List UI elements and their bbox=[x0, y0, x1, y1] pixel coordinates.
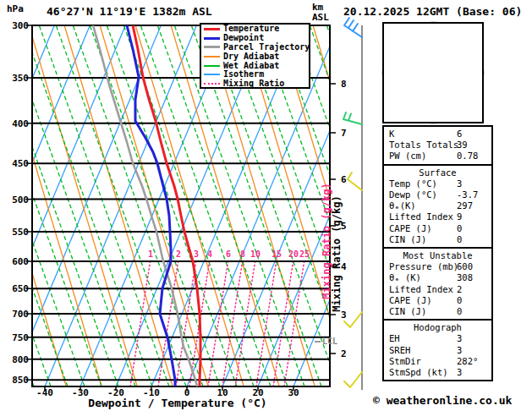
legend-item: Dewpoint bbox=[201, 34, 309, 43]
legend-item: Wet Adiabat bbox=[201, 61, 309, 70]
table-row-label: CAPE (J) bbox=[389, 223, 432, 233]
legend-line-swatch-icon bbox=[204, 46, 220, 48]
table-row: EH3 bbox=[384, 333, 491, 344]
parcel-trajectory-curve bbox=[93, 25, 197, 386]
table-row: K6 bbox=[384, 129, 491, 140]
table-row-value: 297 bbox=[457, 200, 473, 211]
temp-tick-label: -30 bbox=[72, 387, 89, 398]
table-row: Lifted Index2 bbox=[384, 284, 491, 295]
stats-table-most-unstable: Most UnstablePressure (mb)600θₑ (K)308Li… bbox=[382, 247, 493, 321]
legend-item-label: Parcel Trajectory bbox=[223, 43, 310, 52]
wind-barb-2 bbox=[348, 173, 362, 190]
mixing-ratio-value-label: 1 bbox=[148, 249, 153, 259]
pressure-tick-label: 450 bbox=[12, 158, 29, 169]
dewpoint-curve bbox=[127, 25, 175, 386]
mixing-ratio-value-label: 8 bbox=[240, 249, 245, 259]
stats-tables: K6Totals Totals39PW (cm)0.78SurfaceTemp … bbox=[382, 127, 493, 381]
legend-item: Isotherm bbox=[201, 70, 309, 79]
temp-tick-label: -40 bbox=[36, 387, 53, 398]
table-row: StmDir282° bbox=[384, 356, 491, 367]
table-row: Pressure (mb)600 bbox=[384, 261, 491, 272]
skewt-sounding-page: { "header": { "pressure_unit": "hPa", "s… bbox=[0, 0, 532, 411]
temp-tick-label: 30 bbox=[288, 387, 299, 398]
mixing-ratio-value-label: 2 bbox=[176, 249, 181, 259]
table-row-label: θₑ (K) bbox=[389, 272, 421, 282]
km-tick-label: 2 bbox=[341, 348, 347, 359]
table-title: Most Unstable bbox=[384, 250, 491, 261]
hodograph-box bbox=[382, 22, 484, 123]
km-tick-label: 3 bbox=[341, 310, 347, 321]
table-row-label: Temp (°C) bbox=[389, 178, 437, 189]
legend-item-label: Mixing Ratio bbox=[223, 79, 284, 88]
pressure-tick-label: 300 bbox=[12, 20, 29, 31]
table-row: CIN (J)0 bbox=[384, 234, 491, 245]
table-row-value: 0 bbox=[457, 223, 462, 234]
table-row: Lifted Index9 bbox=[384, 211, 491, 222]
table-row-value: -3.7 bbox=[457, 189, 478, 200]
km-tick-label: 4 bbox=[341, 261, 347, 272]
table-row-value: 3 bbox=[457, 333, 462, 344]
pressure-tick-label: 850 bbox=[12, 375, 29, 386]
legend-item: Parcel Trajectory bbox=[201, 43, 309, 52]
legend-line-swatch-icon bbox=[204, 56, 220, 58]
table-row-label: StmDir bbox=[389, 356, 421, 366]
table-row-label: PW (cm) bbox=[389, 151, 426, 161]
km-tick-label: 8 bbox=[341, 79, 347, 90]
legend-line-swatch-icon bbox=[204, 83, 220, 85]
stats-table-hodograph: HodographEH3SREH3StmDir282°StmSpd (kt)3 bbox=[382, 319, 493, 381]
pressure-tick-label: 350 bbox=[12, 73, 29, 84]
km-tick-label: 6 bbox=[341, 174, 347, 185]
mixing-ratio-value-label: 3 bbox=[194, 249, 199, 259]
mixing-ratio-value-label: 4 bbox=[207, 249, 212, 259]
pressure-tick-label: 500 bbox=[12, 194, 29, 205]
legend-item-label: Wet Adiabat bbox=[223, 62, 279, 70]
table-row-value: 3 bbox=[457, 345, 462, 356]
table-row: Temp (°C)3 bbox=[384, 178, 491, 189]
legend-item-label: Dewpoint bbox=[223, 34, 264, 42]
wind-barb-4 bbox=[344, 372, 362, 387]
mixing-ratio-value-label: 6 bbox=[226, 249, 231, 259]
table-row: StmSpd (kt)3 bbox=[384, 367, 491, 378]
table-row-label: SREH bbox=[389, 345, 410, 355]
legend-item-label: Temperature bbox=[223, 25, 279, 33]
km-tick-label: 7 bbox=[341, 128, 347, 139]
pressure-unit-label: hPa bbox=[7, 3, 24, 14]
pressure-tick-label: 600 bbox=[12, 255, 29, 266]
datetime-title: 20.12.2025 12GMT (Base: 06) bbox=[343, 5, 522, 18]
table-row-label: Dewp (°C) bbox=[389, 189, 437, 200]
table-title: Surface bbox=[384, 167, 491, 178]
x-axis-title: Dewpoint / Temperature (°C) bbox=[88, 397, 266, 409]
pressure-tick-label: 800 bbox=[12, 353, 29, 364]
table-row-value: 3 bbox=[457, 367, 462, 378]
table-row-value: 0 bbox=[457, 234, 462, 245]
mixing-ratio-value-label: 20 bbox=[288, 249, 299, 259]
stats-table-indices: K6Totals Totals39PW (cm)0.78 bbox=[382, 125, 493, 166]
wind-barb-0 bbox=[344, 18, 362, 37]
temp-tick-label: -10 bbox=[143, 387, 160, 398]
table-row-label: CIN (J) bbox=[389, 306, 426, 316]
legend-item: Mixing Ratio bbox=[201, 79, 309, 89]
table-row: PW (cm)0.78 bbox=[384, 151, 491, 162]
table-row-label: EH bbox=[389, 333, 400, 343]
table-row-label: Pressure (mb) bbox=[389, 261, 458, 271]
mixing-ratio-value-label: 10 bbox=[250, 249, 261, 259]
table-row: CAPE (J)0 bbox=[384, 295, 491, 306]
wind-barb-1 bbox=[343, 112, 362, 124]
table-row: Dewp (°C)-3.7 bbox=[384, 189, 491, 200]
legend-line-swatch-icon bbox=[204, 37, 220, 40]
table-row: θₑ(K)297 bbox=[384, 200, 491, 211]
table-row-label: CAPE (J) bbox=[389, 295, 432, 305]
wind-barb-3 bbox=[344, 312, 362, 327]
table-row-value: 0.78 bbox=[457, 151, 478, 162]
station-title: 46°27'N 11°19'E 1382m ASL bbox=[47, 5, 212, 18]
table-row-value: 282° bbox=[457, 356, 478, 367]
temp-tick-label: 10 bbox=[217, 387, 228, 398]
km-tick-label: 5 bbox=[341, 221, 347, 232]
table-row: CIN (J)0 bbox=[384, 306, 491, 317]
table-row-value: 600 bbox=[457, 261, 473, 272]
table-row-label: Totals Totals bbox=[389, 140, 458, 150]
pressure-tick-label: 400 bbox=[12, 118, 29, 129]
table-row-value: 3 bbox=[457, 178, 462, 189]
table-row-value: 0 bbox=[457, 306, 462, 317]
legend: TemperatureDewpointParcel TrajectoryDry … bbox=[200, 23, 310, 89]
